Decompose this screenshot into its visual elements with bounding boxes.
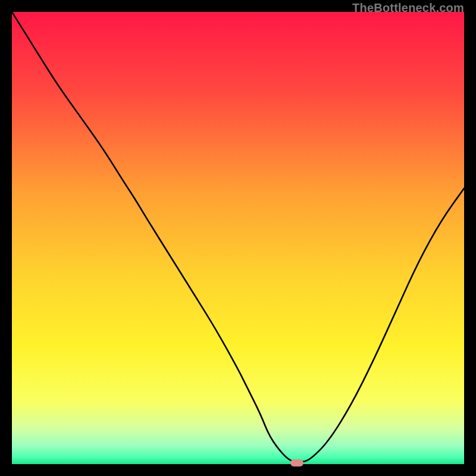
watermark-text: TheBottleneck.com [352, 1, 464, 15]
bottleneck-curve [12, 12, 464, 464]
plot-area [12, 12, 464, 464]
optimum-marker [290, 459, 303, 466]
